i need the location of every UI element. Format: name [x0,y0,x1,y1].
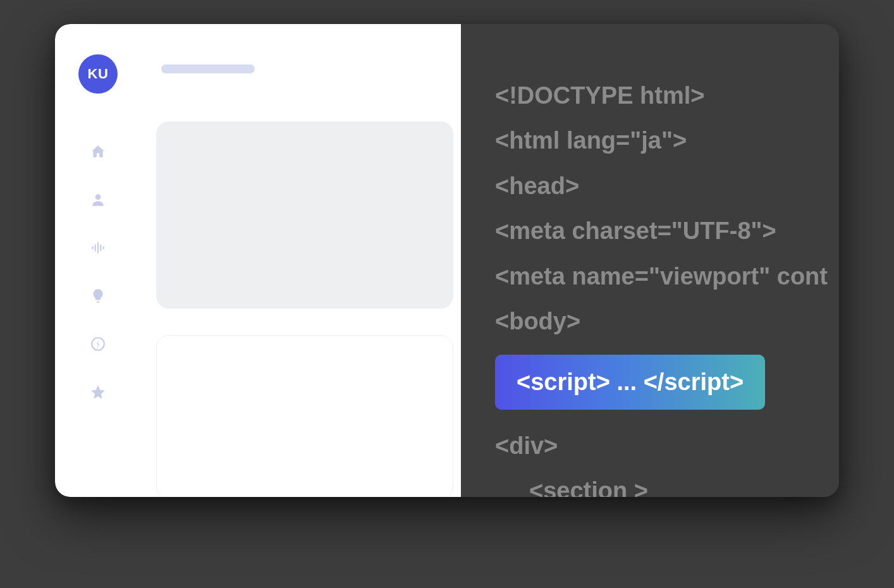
sound-icon[interactable] [89,239,107,257]
sidebar: KU [55,24,141,497]
nav [89,143,107,401]
svg-rect-3 [97,242,99,253]
code-line: <body> [495,299,839,344]
svg-rect-5 [103,247,104,249]
svg-rect-2 [95,245,96,252]
code-pane: <!DOCTYPE html> <html lang="ja"> <head> … [461,24,839,497]
avatar[interactable]: KU [78,54,118,94]
card-placeholder-1 [156,121,453,309]
app-window: KU [55,24,839,497]
code-line: <html lang="ja"> [495,118,839,163]
bolt-icon[interactable] [89,335,107,353]
star-icon[interactable] [89,383,107,401]
svg-point-0 [95,194,101,200]
code-line: <section > [495,469,839,497]
title-placeholder [161,64,255,73]
code-block: <!DOCTYPE html> <html lang="ja"> <head> … [495,73,839,497]
code-line: <!DOCTYPE html> [495,73,839,118]
card-placeholder-2 [156,335,453,497]
code-line: <meta name="viewport" cont [495,254,839,299]
code-line: <meta charset="UTF-8"> [495,209,839,254]
code-line: <head> [495,164,839,209]
svg-rect-1 [92,247,93,249]
avatar-initials: KU [88,66,109,82]
script-highlight[interactable]: <script> ... </script> [495,355,765,410]
home-icon[interactable] [89,143,107,161]
person-icon[interactable] [89,191,107,209]
code-line: <div> [495,424,839,469]
svg-rect-4 [100,245,101,252]
lightbulb-icon[interactable] [89,287,107,305]
left-pane: KU [55,24,461,497]
content-area [141,24,461,497]
